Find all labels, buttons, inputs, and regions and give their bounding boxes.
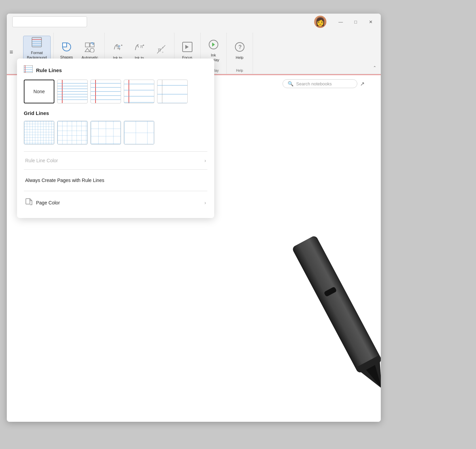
automatic-shapes-icon	[85, 42, 95, 54]
svg-rect-7	[85, 43, 89, 47]
rule-lines-icon	[24, 65, 33, 75]
ribbon-group-help: ? Help Help	[227, 33, 253, 74]
svg-text:×: ×	[162, 46, 164, 49]
help-button[interactable]: ? Help	[230, 36, 250, 66]
rule-line-color-label: Rule Line Color	[25, 158, 58, 163]
rule-option-wide[interactable]	[124, 80, 154, 103]
avatar[interactable]: 👩	[314, 16, 326, 28]
maximize-button[interactable]: □	[350, 18, 362, 26]
grid-option-medium[interactable]	[57, 121, 88, 145]
rule-option-college[interactable]	[90, 80, 121, 103]
close-button[interactable]: ✕	[364, 18, 377, 26]
rule-option-none[interactable]: None	[24, 80, 54, 103]
svg-rect-19	[291, 235, 381, 373]
search-placeholder: Search notebooks	[296, 81, 332, 86]
svg-rect-49	[24, 121, 54, 144]
svg-rect-6	[63, 43, 67, 47]
help-label: Help	[236, 55, 243, 60]
rule-option-extra-wide[interactable]	[157, 80, 188, 103]
svg-rect-50	[57, 121, 87, 144]
expand-icon[interactable]: ↗	[360, 81, 364, 87]
search-box[interactable]: 🔍 Search notebooks	[283, 79, 357, 88]
svg-text:÷: ÷	[162, 51, 164, 54]
window-controls: 👩 — □ ✕	[314, 16, 377, 28]
titlebar-search[interactable]	[12, 16, 87, 27]
svg-rect-51	[91, 121, 121, 144]
math-icon: π ÷ ×	[156, 44, 167, 56]
page-color-icon	[25, 198, 33, 207]
rule-lines-section: Rule Lines	[24, 65, 207, 75]
shapes-icon	[62, 42, 72, 54]
app-window: 👩 — □ ✕ ≡	[7, 14, 381, 422]
always-create-row[interactable]: Always Create Pages with Rule Lines	[24, 172, 207, 188]
svg-text:a: a	[118, 44, 120, 48]
grid-option-large[interactable]	[90, 121, 121, 145]
ink-replay-icon	[208, 39, 219, 52]
rule-option-narrow[interactable]	[57, 80, 88, 103]
svg-rect-53	[26, 199, 30, 204]
always-create-label: Always Create Pages with Rule Lines	[25, 178, 104, 183]
help-icon: ?	[234, 41, 245, 54]
focus-icon	[182, 41, 193, 54]
rule-lines-options: None	[24, 80, 207, 103]
help-group-label: Help	[236, 69, 243, 74]
ink-to-text-icon: a	[112, 42, 123, 54]
grid-options	[24, 121, 207, 145]
collapse-ribbon-button[interactable]: ⌃	[371, 64, 378, 71]
stylus	[261, 219, 381, 414]
search-icon: 🔍	[288, 81, 293, 86]
divider-2	[24, 169, 207, 170]
minimize-button[interactable]: —	[335, 18, 347, 26]
grid-lines-title: Grid Lines	[24, 110, 207, 116]
svg-text:π: π	[140, 44, 143, 49]
page-color-label: Page Color	[36, 200, 60, 205]
format-background-dropdown: Rule Lines None	[17, 59, 214, 218]
grid-option-small[interactable]	[24, 121, 54, 145]
format-background-icon	[31, 37, 42, 49]
ink-to-math-icon: π	[134, 42, 145, 54]
search-area: 🔍 Search notebooks ↗	[283, 79, 364, 88]
titlebar: 👩 — □ ✕	[7, 14, 381, 30]
rule-color-chevron: ›	[204, 158, 206, 163]
page-color-row[interactable]: Page Color ›	[24, 194, 207, 211]
svg-text:?: ?	[238, 44, 242, 50]
rule-line-color-row[interactable]: Rule Line Color ›	[24, 154, 207, 167]
divider-3	[24, 191, 207, 191]
svg-rect-52	[124, 121, 154, 144]
grid-option-xlarge[interactable]	[124, 121, 154, 145]
rule-lines-title: Rule Lines	[36, 67, 62, 73]
divider-1	[24, 151, 207, 152]
page-color-chevron: ›	[204, 200, 206, 205]
